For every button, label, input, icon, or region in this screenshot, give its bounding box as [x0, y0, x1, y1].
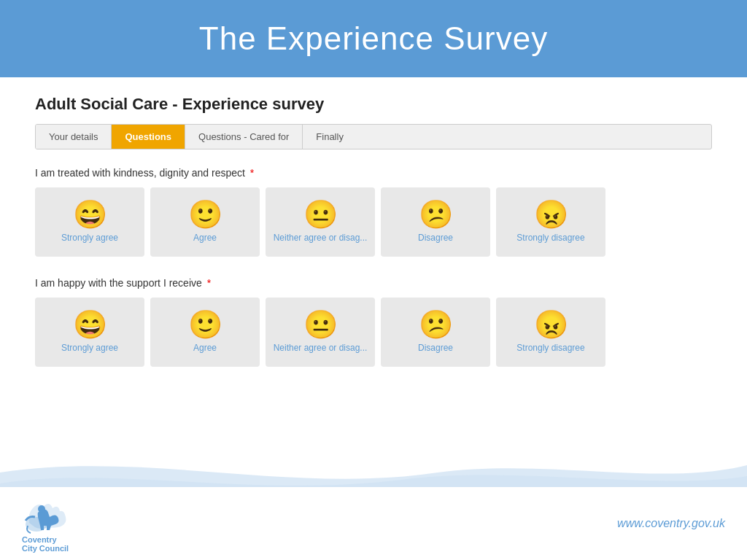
q2-agree[interactable]: 🙂 Agree: [150, 298, 260, 367]
question-1: I am treated with kindness, dignity and …: [35, 167, 712, 257]
neither-emoji-2: 😐: [303, 311, 338, 338]
required-marker-1: *: [250, 167, 254, 179]
disagree-emoji-2: 😕: [419, 311, 453, 338]
tab-questions[interactable]: Questions: [112, 125, 185, 149]
survey-title: Adult Social Care - Experience survey: [35, 95, 712, 114]
disagree-label-1: Disagree: [418, 233, 453, 244]
strongly-disagree-emoji-1: 😠: [534, 201, 568, 228]
tab-questions-cared-for[interactable]: Questions - Cared for: [185, 125, 303, 149]
q2-neither[interactable]: 😐 Neither agree or disag...: [266, 298, 375, 367]
q1-disagree[interactable]: 😕 Disagree: [381, 187, 490, 257]
council-name-line1: Coventry: [22, 535, 69, 544]
council-logo: Coventry City Council: [22, 495, 73, 553]
neither-label-1: Neither agree or disag...: [274, 233, 368, 244]
agree-label-1: Agree: [193, 233, 217, 244]
q2-strongly-disagree[interactable]: 😠 Strongly disagree: [496, 298, 605, 367]
strongly-agree-emoji-1: 😄: [73, 201, 107, 228]
strongly-agree-label-2: Strongly agree: [61, 343, 118, 354]
question-1-options: 😄 Strongly agree 🙂 Agree 😐 Neither agree…: [35, 187, 712, 257]
coventry-logo-icon: [22, 495, 73, 535]
neither-label-2: Neither agree or disag...: [274, 343, 368, 354]
main-content: Adult Social Care - Experience survey Yo…: [0, 77, 747, 402]
tab-your-details[interactable]: Your details: [36, 125, 112, 149]
disagree-emoji-1: 😕: [419, 201, 453, 228]
q1-agree[interactable]: 🙂 Agree: [150, 187, 260, 257]
q2-disagree[interactable]: 😕 Disagree: [381, 298, 490, 367]
website-url: www.coventry.gov.uk: [617, 517, 725, 530]
svg-point-1: [38, 505, 45, 513]
council-name-line2: City Council: [22, 544, 69, 553]
strongly-disagree-label-1: Strongly disagree: [516, 233, 584, 244]
question-2-options: 😄 Strongly agree 🙂 Agree 😐 Neither agree…: [35, 298, 712, 367]
tab-bar: Your details Questions Questions - Cared…: [35, 124, 712, 149]
strongly-disagree-label-2: Strongly disagree: [516, 343, 584, 354]
required-marker-2: *: [207, 277, 211, 289]
q1-neither[interactable]: 😐 Neither agree or disag...: [266, 187, 375, 257]
question-1-label: I am treated with kindness, dignity and …: [35, 167, 712, 179]
agree-emoji-1: 🙂: [188, 201, 222, 228]
question-2-label: I am happy with the support I receive *: [35, 277, 712, 289]
page-header: The Experience Survey: [0, 0, 747, 77]
strongly-agree-emoji-2: 😄: [73, 311, 107, 338]
agree-emoji-2: 🙂: [188, 311, 222, 338]
q1-strongly-agree[interactable]: 😄 Strongly agree: [35, 187, 144, 257]
page-title: The Experience Survey: [15, 20, 732, 57]
agree-label-2: Agree: [193, 343, 217, 354]
strongly-agree-label-1: Strongly agree: [61, 233, 118, 244]
footer: Coventry City Council www.coventry.gov.u…: [0, 487, 747, 560]
q2-strongly-agree[interactable]: 😄 Strongly agree: [35, 298, 144, 367]
q1-strongly-disagree[interactable]: 😠 Strongly disagree: [496, 187, 605, 257]
tab-finally[interactable]: Finally: [303, 125, 357, 149]
question-2: I am happy with the support I receive * …: [35, 277, 712, 367]
strongly-disagree-emoji-2: 😠: [534, 311, 568, 338]
council-name: Coventry City Council: [22, 535, 69, 553]
disagree-label-2: Disagree: [418, 343, 453, 354]
neither-emoji-1: 😐: [303, 201, 338, 228]
